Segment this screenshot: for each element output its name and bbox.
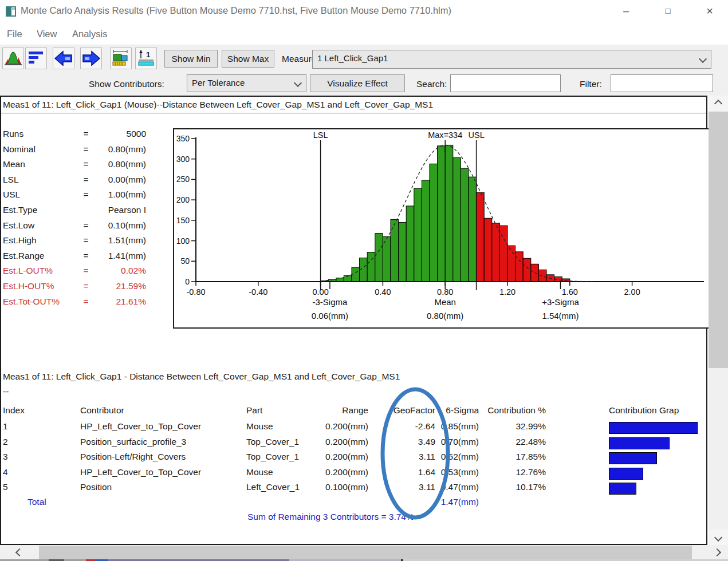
table-row[interactable]: 1HP_Left_Cover_to_Top_CoverMouse0.200(mm… [0,421,707,436]
stat-label: Est.High [3,233,80,248]
table-row[interactable]: 2Position_surfacic_profile_3Top_Cover_10… [0,437,707,452]
svg-text:300: 300 [176,155,190,164]
stat-label: Est.Range [3,248,80,264]
stat-equals: = [80,127,92,142]
next-measure-icon[interactable] [80,48,102,69]
menubar: File View Analysis [0,23,728,45]
minimize-button[interactable]: – [613,2,639,19]
chevron-up-icon [714,99,722,107]
previous-measure-icon[interactable] [53,48,74,69]
stat-row: Mean=0.80(mm) [3,157,152,172]
filter-label: Filter: [580,79,602,89]
stat-value: 1.41(mm) [92,248,146,264]
stat-row: USL=1.00(mm) [3,187,152,203]
geofactor-highlight-ellipse [375,382,455,524]
scroll-left-button[interactable] [8,546,31,559]
cell-contributor: Position-Left/Right_Covers [80,452,243,462]
column-header: Range [317,405,368,416]
cell-contribution_pct: 17.85% [483,452,546,462]
column-header: Contribution % [483,405,546,416]
cell-range: 0.200(mm) [317,452,368,462]
table-row[interactable]: 4HP_Left_Cover_to_Top_CoverMouse0.200(mm… [0,467,707,482]
stat-row: Nominal=0.80(mm) [3,142,152,157]
filter-input[interactable] [611,74,713,92]
window-title: Monte Carlo Analysis Results (Five Butto… [21,5,451,16]
svg-text:1.54(mm): 1.54(mm) [542,311,579,321]
table-header-row: IndexContributorPartRangeGeoFactor6-Sigm… [0,405,707,420]
menu-analysis[interactable]: Analysis [69,23,111,45]
cell-index: 3 [3,452,37,462]
table-row[interactable]: 3Position-Left/Right_CoversTop_Cover_10.… [0,452,707,467]
stat-equals: = [80,248,92,264]
stat-row: Runs=5000 [3,127,152,142]
stat-value: 0.80(mm) [92,142,146,157]
measure-select[interactable]: 1 Left_Click_Gap1 [312,50,711,69]
svg-text:0.80(mm): 0.80(mm) [427,311,463,321]
chevron-down-icon [699,55,707,63]
maximize-button[interactable]: □ [655,2,681,19]
measure-box-icon[interactable] [110,48,132,69]
chevron-left-icon [15,548,23,556]
stat-equals: = [80,142,92,157]
close-button[interactable]: × [696,2,723,19]
table-row[interactable]: 5PositionLeft_Cover_10.100(mm)3.110.47(m… [0,482,707,497]
horizontal-scrollbar-thumb[interactable] [39,546,692,559]
scroll-up-button[interactable] [709,96,728,111]
svg-text:LSL: LSL [313,131,328,140]
contribution-bar [609,452,657,464]
stat-value: 0.02% [92,263,146,279]
stat-label: Est.Type [3,203,80,218]
svg-text:250: 250 [176,175,190,184]
svg-text:2.00: 2.00 [624,287,640,297]
stat-value: 1.51(mm) [92,233,146,248]
search-label: Search: [416,79,447,89]
show-max-button[interactable]: Show Max [222,50,274,68]
measure-selected-value: 1 Left_Click_Gap1 [317,53,388,63]
measurement-header-1: Meas1 of 11: Left_Click_Gap1 (Mouse)--Di… [3,100,433,110]
svg-text:Mean: Mean [434,297,456,307]
show-contributors-label: Show Contributors: [89,79,164,89]
cell-contribution_pct: 10.17% [483,482,546,492]
show-contributors-select[interactable]: Per Tolerance [187,74,306,92]
chevron-right-icon [713,548,721,556]
dimension-icon[interactable]: 1 [135,48,157,69]
cell-contribution_pct: 32.99% [483,421,546,432]
cell-part: Top_Cover_1 [246,437,315,447]
stat-equals [80,203,92,218]
stat-value: 5000 [92,127,146,142]
stat-equals: = [80,279,92,294]
stat-label: Mean [3,157,80,172]
monte-carlo-analysis-window: { "window": { "title": "Monte Carlo Anal… [0,0,728,561]
total-label: Total [27,497,46,507]
titlebar: Monte Carlo Analysis Results (Five Butto… [0,0,728,23]
search-input[interactable] [450,74,561,92]
stat-label: Est.H-OUT% [3,279,80,294]
histogram-view-icon[interactable] [2,48,24,69]
svg-text:-3-Sigma: -3-Sigma [312,297,348,307]
scroll-down-button[interactable] [709,530,728,545]
visualize-effect-button[interactable]: Visualize Effect [310,74,405,92]
header-dashes: -- [3,386,9,397]
svg-text:0.06(mm): 0.06(mm) [312,311,348,321]
vertical-scrollbar-thumb[interactable] [709,112,728,368]
menu-file[interactable]: File [3,23,26,45]
cell-contribution_pct: 22.48% [483,437,546,447]
stat-label: USL [3,187,80,203]
app-icon [6,6,16,17]
stat-label: LSL [3,172,80,188]
scroll-right-button[interactable] [706,546,728,559]
stat-equals: = [80,157,92,172]
cell-part: Left_Cover_1 [246,482,315,492]
stat-label: Est.Low [3,218,80,234]
cell-contributor: HP_Left_Cover_to_Top_Cover [80,421,243,432]
stat-label: Est.Tot-OUT% [3,294,80,310]
show-min-button[interactable]: Show Min [164,50,218,68]
menu-view[interactable]: View [33,23,60,45]
contributors-bars-icon[interactable] [25,48,47,69]
show-contributors-value: Per Tolerance [192,78,245,88]
contribution-bar [609,422,698,434]
svg-text:+3-Sigma: +3-Sigma [542,297,579,307]
stat-equals: = [80,233,92,248]
stat-row: Est.High=1.51(mm) [3,233,152,248]
contribution-bar [609,483,636,495]
